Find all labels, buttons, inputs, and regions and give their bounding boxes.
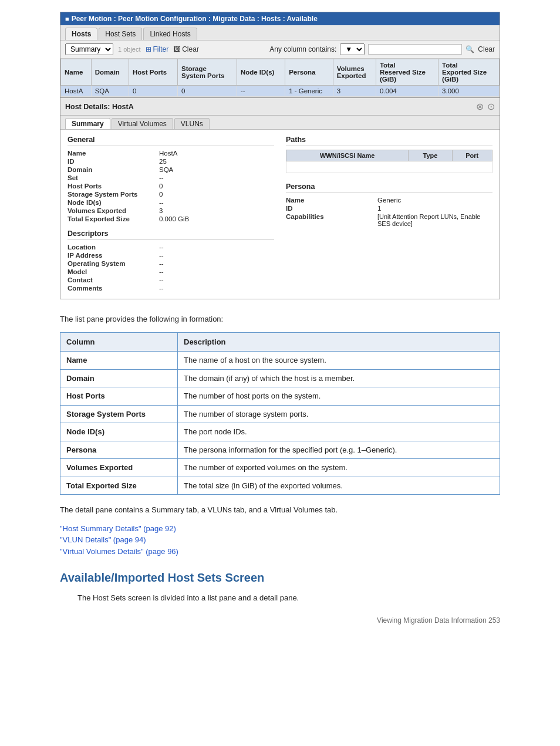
tab-host-sets[interactable]: Host Sets xyxy=(99,28,142,40)
detail-content: General Name HostA ID 25 Domain SQA Set … xyxy=(60,130,500,299)
description-table: Column Description NameThe name of a hos… xyxy=(60,332,500,495)
clear-button[interactable]: 🖼 Clear xyxy=(173,45,199,53)
desc-cell-description: The port node IDs. xyxy=(178,423,500,441)
col-header-storage-system-ports: StorageSystem Ports xyxy=(178,59,237,86)
body-intro: The list pane provides the following in … xyxy=(60,313,500,325)
filter-label: Filter xyxy=(153,45,169,53)
paths-col-wwn: WWN/iSCSI Name xyxy=(286,150,409,161)
cell-host-ports: 0 xyxy=(129,86,178,97)
detail-field-total-exported-size: Total Exported Size 0.000 GiB xyxy=(68,215,274,222)
detail-tab-vluns[interactable]: VLUNs xyxy=(174,118,210,129)
cell-total-reserved: 0.004 xyxy=(376,86,438,97)
detail-icon-settings[interactable]: ⊙ xyxy=(487,101,495,112)
clear-label: Clear xyxy=(182,45,199,53)
desc-col-header-column: Column xyxy=(60,332,178,352)
section-subtitle: The Host Sets screen is divided into a l… xyxy=(77,592,500,604)
detail-right: Paths WWN/iSCSI Name Type Port xyxy=(286,136,492,293)
body-text: The list pane provides the following in … xyxy=(60,313,500,626)
titlebar-icon: ■ xyxy=(65,15,69,22)
detail-field-ip: IP Address -- xyxy=(68,252,274,259)
paths-col-port: Port xyxy=(452,150,492,161)
detail-header-icons: ⊗ ⊙ xyxy=(476,101,495,112)
desc-cell-description: The number of host ports on the system. xyxy=(178,387,500,406)
desc-cell-description: The name of a host on the source system. xyxy=(178,352,500,370)
detail-tab-summary[interactable]: Summary xyxy=(65,118,110,129)
detail-field-model: Model -- xyxy=(68,268,274,275)
desc-cell-description: The number of storage system ports. xyxy=(178,405,500,423)
desc-cell-description: The number of exported volumes on the sy… xyxy=(178,459,500,477)
persona-field-capabilities: Capabilities [Unit Attention Report LUNs… xyxy=(286,213,492,227)
detail-field-os: Operating System -- xyxy=(68,260,274,267)
desc-cell-col: Host Ports xyxy=(60,387,178,406)
desc-table-row: Node ID(s)The port node IDs. xyxy=(60,423,500,441)
detail-note: The detail pane contains a Summary tab, … xyxy=(60,504,500,516)
tab-bar: Hosts Host Sets Linked Hosts xyxy=(60,25,500,40)
desc-col-header-description: Description xyxy=(178,332,500,352)
detail-field-comments: Comments -- xyxy=(68,285,274,292)
detail-field-host-ports: Host Ports 0 xyxy=(68,183,274,190)
link-host-summary[interactable]: "Host Summary Details" (page 92) xyxy=(60,524,176,533)
desc-cell-description: The domain (if any) of which the host is… xyxy=(178,369,500,387)
paths-heading: Paths xyxy=(286,136,492,146)
desc-cell-description: The persona information for the specifie… xyxy=(178,441,500,459)
paths-col-type: Type xyxy=(409,150,452,161)
detail-field-domain: Domain SQA xyxy=(68,166,274,173)
desc-cell-col: Storage System Ports xyxy=(60,405,178,423)
detail-field-contact: Contact -- xyxy=(68,276,274,283)
detail-header: Host Details: HostA ⊗ ⊙ xyxy=(60,98,500,116)
table-row[interactable]: HostA SQA 0 0 -- 1 - Generic 3 0.004 3.0… xyxy=(61,86,500,97)
section-title-large: Available/Imported Host Sets Screen xyxy=(60,569,500,586)
detail-field-name: Name HostA xyxy=(68,150,274,157)
detail-tab-virtual-volumes[interactable]: Virtual Volumes xyxy=(112,118,173,129)
tab-linked-hosts[interactable]: Linked Hosts xyxy=(143,28,197,40)
persona-field-name: Name Generic xyxy=(286,197,492,204)
page-footer: Viewing Migration Data Information 253 xyxy=(60,615,500,626)
cell-volumes-exported: 3 xyxy=(333,86,376,97)
detail-tab-bar: Summary Virtual Volumes VLUNs xyxy=(60,116,500,130)
cell-storage-ports: 0 xyxy=(178,86,237,97)
paths-table: WWN/iSCSI Name Type Port xyxy=(286,150,492,173)
link-vlun-details[interactable]: "VLUN Details" (page 94) xyxy=(60,535,146,544)
panel-titlebar: ■ Peer Motion : Peer Motion Configuratio… xyxy=(60,12,500,25)
filter-button[interactable]: ⊞ Filter xyxy=(146,45,169,53)
descriptors-heading: Descriptors xyxy=(68,229,274,240)
detail-field-id: ID 25 xyxy=(68,158,274,165)
list-table: Name Domain Host Ports StorageSystem Por… xyxy=(60,59,500,97)
cell-persona: 1 - Generic xyxy=(285,86,333,97)
desc-table-row: Volumes ExportedThe number of exported v… xyxy=(60,459,500,477)
desc-cell-col: Name xyxy=(60,352,178,370)
desc-table-row: Host PortsThe number of host ports on th… xyxy=(60,387,500,406)
view-select[interactable]: Summary xyxy=(65,43,113,55)
paths-empty-row xyxy=(286,161,492,173)
column-filter-select[interactable]: ▼ xyxy=(340,43,365,55)
col-header-total-exported-size: TotalExported Size(GiB) xyxy=(438,59,500,86)
desc-table-row: DomainThe domain (if any) of which the h… xyxy=(60,369,500,387)
general-heading: General xyxy=(68,136,274,146)
persona-heading: Persona xyxy=(286,183,492,193)
search-input[interactable] xyxy=(368,44,462,55)
link-virtual-volumes[interactable]: "Virtual Volumes Details" (page 96) xyxy=(60,547,178,556)
cell-total-exported: 3.000 xyxy=(438,86,500,97)
detail-title: Host Details: HostA xyxy=(65,103,134,111)
detail-left: General Name HostA ID 25 Domain SQA Set … xyxy=(68,136,274,293)
desc-cell-col: Total Exported Size xyxy=(60,477,178,495)
detail-icon-refresh[interactable]: ⊗ xyxy=(476,101,484,112)
detail-pane: Host Details: HostA ⊗ ⊙ Summary Virtual … xyxy=(60,97,500,299)
cell-node-ids: -- xyxy=(237,86,285,97)
titlebar-text: Peer Motion : Peer Motion Configuration … xyxy=(72,15,318,23)
desc-cell-col: Domain xyxy=(60,369,178,387)
col-header-persona: Persona xyxy=(285,59,333,86)
detail-field-storage-ports: Storage System Ports 0 xyxy=(68,191,274,198)
tab-hosts[interactable]: Hosts xyxy=(65,28,97,40)
filter-right: Any column contains: ▼ 🔍 Clear xyxy=(269,43,495,55)
col-header-name: Name xyxy=(61,59,92,86)
cell-domain: SQA xyxy=(91,86,129,97)
desc-table-row: Total Exported SizeThe total size (in Gi… xyxy=(60,477,500,495)
col-header-total-reserved-size: TotalReserved Size(GiB) xyxy=(376,59,438,86)
right-clear-button[interactable]: Clear xyxy=(478,45,495,53)
persona-section: Persona Name Generic ID 1 Capabilities [… xyxy=(286,183,492,227)
filter-icon: ⊞ xyxy=(146,45,151,53)
desc-cell-col: Volumes Exported xyxy=(60,459,178,477)
desc-table-row: NameThe name of a host on the source sys… xyxy=(60,352,500,370)
desc-cell-description: The total size (in GiB) of the exported … xyxy=(178,477,500,495)
